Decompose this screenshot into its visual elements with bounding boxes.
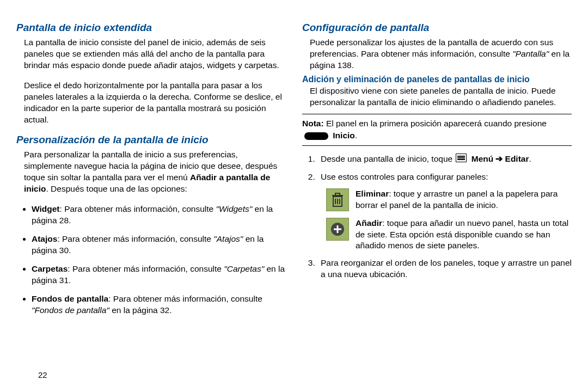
plus-icon	[326, 218, 349, 241]
list-item: Atajos: Para obtener más información, co…	[32, 234, 286, 256]
heading-extended-home: Pantalla de inicio extendida	[16, 22, 286, 34]
ref: "Fondos de pantalla"	[32, 305, 109, 315]
list-item: Desde una pantalla de inicio, toque Menú…	[317, 154, 572, 166]
list-item: Widget: Para obtener más información, co…	[32, 204, 286, 226]
note-box: Nota: El panel en la primera posición ap…	[302, 114, 572, 146]
text: : Para obtener más información, consulte	[60, 204, 216, 213]
ref: "Pantalla"	[512, 49, 549, 58]
text: : toque para añadir un nuevo panel, hast…	[356, 218, 568, 249]
heading-personalize: Personalización de la pantalla de inicio	[16, 134, 286, 146]
svg-rect-9	[335, 193, 340, 195]
control-text: Eliminar: toque y arrastre un panel a la…	[356, 188, 572, 211]
ref: "Carpetas"	[224, 264, 264, 273]
steps-list: Desde una pantalla de inicio, toque Menú…	[302, 154, 572, 280]
text: .	[355, 131, 357, 140]
text-bold: Menú	[471, 154, 493, 163]
list-item: Fondos de pantalla: Para obtener más inf…	[32, 293, 286, 316]
text: . Después toque una de las opciones:	[46, 184, 187, 193]
ref: "Atajos"	[213, 234, 243, 243]
text-bold: Editar	[505, 154, 529, 163]
arrow-icon: ➔	[495, 154, 503, 163]
text: : Para obtener más información, consulte	[108, 294, 262, 303]
control-delete: Eliminar: toque y arrastre un panel a la…	[326, 188, 572, 211]
list-item: Use estos controles para configurar pane…	[317, 171, 572, 250]
list-item: Carpetas: Para obtener más información, …	[32, 264, 286, 286]
text: Use estos controles para configurar pane…	[321, 172, 488, 181]
left-column: Pantalla de inicio extendida La pantalla…	[16, 22, 286, 323]
label: Añadir	[356, 218, 382, 228]
menu-icon	[456, 154, 467, 166]
text-bold: Inicio	[333, 131, 354, 140]
heading-screen-config: Configuración de pantalla	[302, 22, 572, 34]
control-text: Añadir: toque para añadir un nuevo panel…	[356, 218, 572, 250]
options-list: Widget: Para obtener más información, co…	[16, 204, 286, 316]
para-swipe: Deslice el dedo horizontalmente por la p…	[16, 80, 286, 126]
right-column: Configuración de pantalla Puede personal…	[302, 22, 572, 323]
label: Eliminar	[356, 189, 389, 198]
text: .	[529, 154, 531, 163]
para-personalize: Para personalizar la pantalla de inicio …	[16, 149, 286, 195]
text: Desde una pantalla de inicio, toque	[321, 154, 455, 163]
para-panels: El dispositivo viene con siete paneles d…	[302, 85, 572, 108]
two-column-layout: Pantalla de inicio extendida La pantalla…	[16, 22, 572, 323]
label: Carpetas	[32, 264, 68, 273]
list-item: Para reorganizar el orden de los paneles…	[317, 258, 572, 280]
para-config: Puede personalizar los ajustes de la pan…	[302, 37, 572, 71]
label: Atajos	[32, 234, 57, 243]
control-add: Añadir: toque para añadir un nuevo panel…	[326, 218, 572, 250]
home-key-icon	[304, 132, 328, 140]
label: Widget	[32, 204, 60, 213]
para-intro: La pantalla de inicio consiste del panel…	[16, 37, 286, 71]
ref: "Widgets"	[216, 204, 252, 213]
label: Fondos de pantalla	[32, 294, 108, 303]
page-number: 22	[38, 370, 47, 379]
trash-icon	[326, 188, 349, 211]
note-label: Nota:	[302, 119, 324, 128]
heading-add-remove-panels: Adición y eliminación de paneles de pant…	[302, 75, 572, 84]
text: : Para obtener más información, consulte	[68, 264, 224, 273]
text: El panel en la primera posición aparecer…	[324, 119, 547, 128]
text: : Para obtener más información, consulte	[57, 234, 213, 243]
text: en la página 32.	[109, 305, 172, 315]
